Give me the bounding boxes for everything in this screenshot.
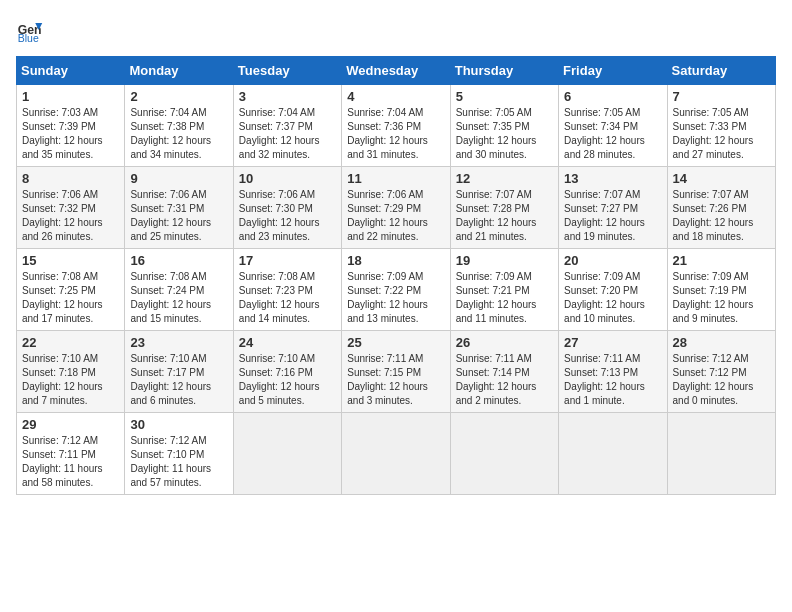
calendar-week-3: 15Sunrise: 7:08 AM Sunset: 7:25 PM Dayli…	[17, 249, 776, 331]
day-info: Sunrise: 7:09 AM Sunset: 7:20 PM Dayligh…	[564, 270, 661, 326]
day-number: 22	[22, 335, 119, 350]
day-number: 26	[456, 335, 553, 350]
calendar-week-5: 29Sunrise: 7:12 AM Sunset: 7:11 PM Dayli…	[17, 413, 776, 495]
day-info: Sunrise: 7:09 AM Sunset: 7:19 PM Dayligh…	[673, 270, 770, 326]
day-info: Sunrise: 7:07 AM Sunset: 7:28 PM Dayligh…	[456, 188, 553, 244]
day-number: 14	[673, 171, 770, 186]
calendar-cell: 17Sunrise: 7:08 AM Sunset: 7:23 PM Dayli…	[233, 249, 341, 331]
calendar-cell: 21Sunrise: 7:09 AM Sunset: 7:19 PM Dayli…	[667, 249, 775, 331]
calendar-cell: 16Sunrise: 7:08 AM Sunset: 7:24 PM Dayli…	[125, 249, 233, 331]
day-number: 12	[456, 171, 553, 186]
day-info: Sunrise: 7:08 AM Sunset: 7:23 PM Dayligh…	[239, 270, 336, 326]
day-number: 13	[564, 171, 661, 186]
day-info: Sunrise: 7:12 AM Sunset: 7:10 PM Dayligh…	[130, 434, 227, 490]
col-header-monday: Monday	[125, 57, 233, 85]
calendar-cell: 10Sunrise: 7:06 AM Sunset: 7:30 PM Dayli…	[233, 167, 341, 249]
col-header-tuesday: Tuesday	[233, 57, 341, 85]
calendar-cell: 29Sunrise: 7:12 AM Sunset: 7:11 PM Dayli…	[17, 413, 125, 495]
day-number: 1	[22, 89, 119, 104]
day-info: Sunrise: 7:12 AM Sunset: 7:11 PM Dayligh…	[22, 434, 119, 490]
calendar-cell: 4Sunrise: 7:04 AM Sunset: 7:36 PM Daylig…	[342, 85, 450, 167]
calendar-cell	[342, 413, 450, 495]
calendar-cell: 8Sunrise: 7:06 AM Sunset: 7:32 PM Daylig…	[17, 167, 125, 249]
day-info: Sunrise: 7:11 AM Sunset: 7:14 PM Dayligh…	[456, 352, 553, 408]
day-info: Sunrise: 7:10 AM Sunset: 7:16 PM Dayligh…	[239, 352, 336, 408]
day-info: Sunrise: 7:06 AM Sunset: 7:31 PM Dayligh…	[130, 188, 227, 244]
day-info: Sunrise: 7:06 AM Sunset: 7:32 PM Dayligh…	[22, 188, 119, 244]
day-number: 11	[347, 171, 444, 186]
day-info: Sunrise: 7:05 AM Sunset: 7:34 PM Dayligh…	[564, 106, 661, 162]
calendar-cell: 24Sunrise: 7:10 AM Sunset: 7:16 PM Dayli…	[233, 331, 341, 413]
day-number: 27	[564, 335, 661, 350]
calendar-cell: 12Sunrise: 7:07 AM Sunset: 7:28 PM Dayli…	[450, 167, 558, 249]
calendar-cell: 18Sunrise: 7:09 AM Sunset: 7:22 PM Dayli…	[342, 249, 450, 331]
day-info: Sunrise: 7:05 AM Sunset: 7:33 PM Dayligh…	[673, 106, 770, 162]
calendar-table: SundayMondayTuesdayWednesdayThursdayFrid…	[16, 56, 776, 495]
calendar-cell	[667, 413, 775, 495]
col-header-friday: Friday	[559, 57, 667, 85]
calendar-cell	[450, 413, 558, 495]
day-number: 3	[239, 89, 336, 104]
day-number: 9	[130, 171, 227, 186]
col-header-wednesday: Wednesday	[342, 57, 450, 85]
day-info: Sunrise: 7:10 AM Sunset: 7:17 PM Dayligh…	[130, 352, 227, 408]
calendar-cell: 11Sunrise: 7:06 AM Sunset: 7:29 PM Dayli…	[342, 167, 450, 249]
day-number: 19	[456, 253, 553, 268]
calendar-cell: 19Sunrise: 7:09 AM Sunset: 7:21 PM Dayli…	[450, 249, 558, 331]
page-header: Gen Blue	[16, 16, 776, 44]
calendar-cell	[559, 413, 667, 495]
day-info: Sunrise: 7:07 AM Sunset: 7:26 PM Dayligh…	[673, 188, 770, 244]
day-info: Sunrise: 7:12 AM Sunset: 7:12 PM Dayligh…	[673, 352, 770, 408]
day-number: 5	[456, 89, 553, 104]
calendar-cell: 14Sunrise: 7:07 AM Sunset: 7:26 PM Dayli…	[667, 167, 775, 249]
day-info: Sunrise: 7:11 AM Sunset: 7:13 PM Dayligh…	[564, 352, 661, 408]
col-header-saturday: Saturday	[667, 57, 775, 85]
day-info: Sunrise: 7:11 AM Sunset: 7:15 PM Dayligh…	[347, 352, 444, 408]
day-info: Sunrise: 7:05 AM Sunset: 7:35 PM Dayligh…	[456, 106, 553, 162]
calendar-cell: 30Sunrise: 7:12 AM Sunset: 7:10 PM Dayli…	[125, 413, 233, 495]
calendar-week-2: 8Sunrise: 7:06 AM Sunset: 7:32 PM Daylig…	[17, 167, 776, 249]
day-number: 30	[130, 417, 227, 432]
calendar-cell: 26Sunrise: 7:11 AM Sunset: 7:14 PM Dayli…	[450, 331, 558, 413]
logo: Gen Blue	[16, 16, 48, 44]
calendar-cell: 27Sunrise: 7:11 AM Sunset: 7:13 PM Dayli…	[559, 331, 667, 413]
day-info: Sunrise: 7:04 AM Sunset: 7:36 PM Dayligh…	[347, 106, 444, 162]
day-number: 25	[347, 335, 444, 350]
calendar-cell: 6Sunrise: 7:05 AM Sunset: 7:34 PM Daylig…	[559, 85, 667, 167]
svg-text:Blue: Blue	[18, 32, 39, 44]
calendar-cell: 23Sunrise: 7:10 AM Sunset: 7:17 PM Dayli…	[125, 331, 233, 413]
day-info: Sunrise: 7:04 AM Sunset: 7:37 PM Dayligh…	[239, 106, 336, 162]
day-number: 15	[22, 253, 119, 268]
day-number: 29	[22, 417, 119, 432]
calendar-cell: 7Sunrise: 7:05 AM Sunset: 7:33 PM Daylig…	[667, 85, 775, 167]
calendar-cell: 3Sunrise: 7:04 AM Sunset: 7:37 PM Daylig…	[233, 85, 341, 167]
day-info: Sunrise: 7:03 AM Sunset: 7:39 PM Dayligh…	[22, 106, 119, 162]
day-number: 10	[239, 171, 336, 186]
day-info: Sunrise: 7:09 AM Sunset: 7:21 PM Dayligh…	[456, 270, 553, 326]
day-number: 7	[673, 89, 770, 104]
day-info: Sunrise: 7:07 AM Sunset: 7:27 PM Dayligh…	[564, 188, 661, 244]
day-number: 20	[564, 253, 661, 268]
logo-icon: Gen Blue	[16, 16, 44, 44]
calendar-cell	[233, 413, 341, 495]
day-number: 23	[130, 335, 227, 350]
calendar-cell: 22Sunrise: 7:10 AM Sunset: 7:18 PM Dayli…	[17, 331, 125, 413]
calendar-week-4: 22Sunrise: 7:10 AM Sunset: 7:18 PM Dayli…	[17, 331, 776, 413]
day-info: Sunrise: 7:10 AM Sunset: 7:18 PM Dayligh…	[22, 352, 119, 408]
day-number: 6	[564, 89, 661, 104]
day-info: Sunrise: 7:08 AM Sunset: 7:24 PM Dayligh…	[130, 270, 227, 326]
day-number: 24	[239, 335, 336, 350]
day-number: 8	[22, 171, 119, 186]
calendar-cell: 15Sunrise: 7:08 AM Sunset: 7:25 PM Dayli…	[17, 249, 125, 331]
day-number: 4	[347, 89, 444, 104]
day-number: 18	[347, 253, 444, 268]
calendar-cell: 5Sunrise: 7:05 AM Sunset: 7:35 PM Daylig…	[450, 85, 558, 167]
calendar-cell: 9Sunrise: 7:06 AM Sunset: 7:31 PM Daylig…	[125, 167, 233, 249]
calendar-cell: 1Sunrise: 7:03 AM Sunset: 7:39 PM Daylig…	[17, 85, 125, 167]
calendar-week-1: 1Sunrise: 7:03 AM Sunset: 7:39 PM Daylig…	[17, 85, 776, 167]
col-header-thursday: Thursday	[450, 57, 558, 85]
calendar-cell: 25Sunrise: 7:11 AM Sunset: 7:15 PM Dayli…	[342, 331, 450, 413]
day-info: Sunrise: 7:08 AM Sunset: 7:25 PM Dayligh…	[22, 270, 119, 326]
day-number: 21	[673, 253, 770, 268]
day-info: Sunrise: 7:06 AM Sunset: 7:30 PM Dayligh…	[239, 188, 336, 244]
